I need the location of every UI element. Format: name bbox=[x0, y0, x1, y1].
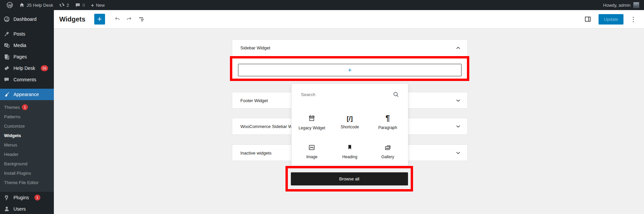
comment-bubble-icon bbox=[75, 3, 80, 8]
sidebar-item-plugins[interactable]: Plugins 1 bbox=[0, 192, 54, 203]
submenu-item-menus[interactable]: Menus bbox=[0, 140, 54, 149]
update-button[interactable]: Update bbox=[599, 14, 623, 25]
user-icon bbox=[3, 206, 10, 212]
home-icon bbox=[19, 2, 25, 8]
widget-area-title: WooCommerce Sidebar Wi bbox=[240, 124, 293, 129]
block-label: Heading bbox=[342, 155, 358, 159]
dashboard-icon bbox=[3, 16, 10, 22]
updates-icon bbox=[59, 2, 65, 8]
toggle-block-inserter-button[interactable]: + bbox=[94, 14, 105, 25]
themes-badge: 1 bbox=[22, 104, 28, 110]
block-grid: Legacy Widget [/] Shortcode ¶ Paragraph … bbox=[292, 105, 408, 166]
sidebar-item-media[interactable]: Media bbox=[0, 40, 54, 51]
paintbrush-icon bbox=[3, 91, 10, 97]
howdy-greeting[interactable]: Howdy, admin bbox=[603, 3, 631, 8]
plugins-badge: 1 bbox=[34, 195, 40, 201]
plugin-icon bbox=[3, 195, 10, 201]
block-item-heading[interactable]: Heading bbox=[331, 137, 369, 166]
submenu-item-header[interactable]: Header bbox=[0, 149, 54, 159]
site-name-link[interactable]: JS Help Desk bbox=[16, 0, 56, 10]
submenu-item-theme-file-editor[interactable]: Theme File Editor bbox=[0, 178, 54, 187]
submenu-item-label: Theme File Editor bbox=[4, 180, 39, 185]
submenu-item-widgets[interactable]: Widgets bbox=[0, 131, 54, 140]
chevron-down-icon bbox=[456, 99, 461, 102]
submenu-item-background[interactable]: Background bbox=[0, 159, 54, 168]
submenu-item-patterns[interactable]: Patterns bbox=[0, 112, 54, 121]
comments-indicator[interactable]: 0 bbox=[72, 0, 88, 10]
sidebar-item-posts[interactable]: Posts bbox=[0, 28, 54, 40]
submenu-item-label: Widgets bbox=[4, 133, 21, 138]
comments-count: 0 bbox=[82, 3, 85, 8]
search-icon bbox=[393, 91, 399, 98]
sidebar-item-label: Appearance bbox=[13, 92, 39, 97]
legacy-widget-icon bbox=[308, 115, 316, 123]
settings-sidebar-toggle-button[interactable] bbox=[582, 13, 594, 25]
submenu-item-label: Themes bbox=[4, 105, 20, 110]
wordpress-logo[interactable] bbox=[3, 0, 16, 10]
heading-icon bbox=[346, 143, 354, 152]
pushpin-icon bbox=[3, 31, 10, 37]
appearance-submenu: Themes 1 Patterns Customize Widgets Menu… bbox=[0, 100, 54, 192]
admin-bar: JS Help Desk 2 0 + New Howdy, admin bbox=[0, 0, 644, 10]
sidebar-item-label: Comments bbox=[13, 77, 36, 82]
list-view-button[interactable] bbox=[135, 13, 147, 25]
widgets-canvas: Sidebar Widget + Footer Widget WooCommer… bbox=[54, 29, 644, 214]
submenu-item-label: Patterns bbox=[4, 114, 20, 119]
submenu-item-label: Background bbox=[4, 161, 27, 166]
sidebar-item-dashboard[interactable]: Dashboard bbox=[0, 13, 54, 25]
block-label: Gallery bbox=[381, 155, 394, 159]
gallery-icon bbox=[384, 143, 392, 152]
sidebar-item-users[interactable]: Users bbox=[0, 203, 54, 214]
chevron-down-icon bbox=[456, 152, 461, 155]
admin-side-menu: Dashboard Posts Media Pages Help Desk 16… bbox=[0, 10, 54, 214]
sidebar-item-comments[interactable]: Comments bbox=[0, 74, 54, 85]
wordpress-logo-icon bbox=[6, 2, 13, 8]
chevron-down-icon bbox=[456, 125, 461, 128]
submenu-item-customize[interactable]: Customize bbox=[0, 121, 54, 131]
plus-icon: + bbox=[91, 3, 94, 8]
sidebar-item-label: Pages bbox=[13, 54, 27, 59]
sidebar-item-label: Users bbox=[13, 206, 26, 212]
submenu-item-label: Customize bbox=[4, 124, 25, 129]
browse-all-button[interactable]: Browse all bbox=[291, 172, 408, 185]
new-content-button[interactable]: + New bbox=[88, 0, 108, 10]
editor-header: Widgets + Update ⋮ bbox=[54, 10, 644, 29]
sidebar-item-appearance[interactable]: Appearance bbox=[0, 89, 54, 100]
help-desk-badge: 16 bbox=[41, 65, 48, 71]
undo-button[interactable] bbox=[111, 13, 123, 25]
page-title: Widgets bbox=[59, 15, 86, 23]
comments-icon bbox=[3, 77, 10, 83]
widget-area-title: Inactive widgets bbox=[240, 151, 272, 156]
widget-area-title: Footer Widget bbox=[240, 98, 268, 103]
widget-area-header[interactable]: Sidebar Widget bbox=[232, 40, 467, 56]
sidebar-item-label: Help Desk bbox=[13, 66, 35, 71]
sidebar-item-label: Posts bbox=[13, 31, 25, 37]
block-item-image[interactable]: Image bbox=[293, 137, 331, 166]
site-name-label: JS Help Desk bbox=[27, 3, 53, 8]
options-kebab-icon[interactable]: ⋮ bbox=[628, 15, 639, 23]
redo-button[interactable] bbox=[123, 13, 135, 25]
sidebar-item-label: Dashboard bbox=[13, 16, 37, 22]
user-avatar[interactable] bbox=[633, 2, 639, 8]
sidebar-item-help-desk[interactable]: Help Desk 16 bbox=[0, 62, 54, 74]
submenu-item-label: Install Plugins bbox=[4, 171, 31, 176]
block-label: Legacy Widget bbox=[299, 126, 325, 130]
updates-indicator[interactable]: 2 bbox=[56, 0, 72, 10]
block-item-paragraph[interactable]: ¶ Paragraph bbox=[369, 108, 407, 137]
submenu-item-install-plugins[interactable]: Install Plugins bbox=[0, 168, 54, 178]
block-item-shortcode[interactable]: [/] Shortcode bbox=[331, 108, 369, 137]
block-search-input[interactable] bbox=[300, 92, 389, 97]
annotation-highlight-inserter bbox=[230, 56, 469, 81]
shortcode-icon: [/] bbox=[347, 115, 353, 122]
submenu-item-themes[interactable]: Themes 1 bbox=[0, 102, 54, 112]
block-label: Image bbox=[306, 155, 317, 159]
annotation-highlight-browse-all: Browse all bbox=[285, 166, 413, 191]
sidebar-item-pages[interactable]: Pages bbox=[0, 51, 54, 62]
widget-area-title: Sidebar Widget bbox=[240, 45, 270, 50]
image-icon bbox=[308, 143, 316, 152]
updates-count: 2 bbox=[67, 3, 69, 8]
undo-icon bbox=[113, 15, 121, 23]
block-item-gallery[interactable]: Gallery bbox=[369, 137, 407, 166]
block-item-legacy-widget[interactable]: Legacy Widget bbox=[293, 108, 331, 137]
pages-icon bbox=[3, 54, 10, 60]
